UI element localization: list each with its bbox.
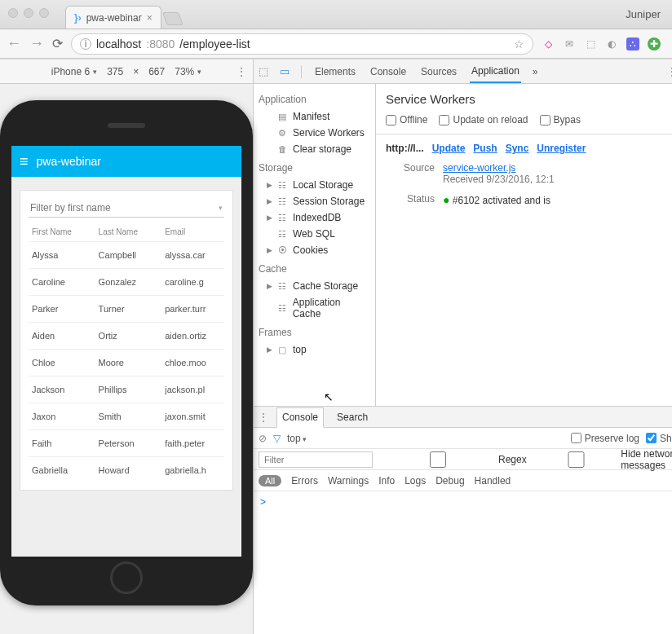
viewport-height[interactable]: 667 [148, 66, 165, 77]
ext-icon[interactable]: ✚ [648, 37, 661, 51]
level-errors[interactable]: Errors [291, 475, 318, 487]
cell-last: Moore [95, 350, 162, 376]
tree-top-frame[interactable]: ▶▢top [257, 341, 372, 358]
browser-tab[interactable]: }› pwa-webinar × [65, 6, 161, 29]
ext-icon[interactable]: ✉ [563, 37, 576, 51]
cell-email: faith.peter [161, 430, 224, 457]
tree-app-cache[interactable]: ☷Application Cache [257, 294, 372, 322]
table-row[interactable]: AidenOrtizaiden.ortiz [29, 323, 224, 350]
level-debug[interactable]: Debug [435, 475, 464, 487]
tab-console[interactable]: Console [369, 59, 408, 83]
phone-frame: pwa-webinar Filter by first name First N… [0, 100, 253, 605]
col-email[interactable]: Email [161, 222, 224, 242]
ext-icon[interactable]: ⬚ [584, 37, 597, 51]
browser-tabstrip: }› pwa-webinar × Juniper [0, 0, 672, 29]
level-info[interactable]: Info [378, 475, 395, 487]
col-last[interactable]: Last Name [95, 222, 162, 242]
tree-session-storage[interactable]: ▶☷Session Storage [257, 193, 372, 209]
dim-sep: × [133, 66, 139, 77]
filter-dropdown[interactable]: Filter by first name [29, 197, 224, 218]
filter-icon[interactable]: ▽ [273, 433, 281, 444]
console-prompt: > [260, 496, 266, 508]
device-toolbar: iPhone 6 375 × 667 73% [0, 59, 253, 84]
console-drawer: Console Search ✕ ⊘ ▽ top Preserve log Sh… [254, 406, 672, 634]
sw-push-link[interactable]: Push [473, 143, 497, 154]
tree-local-storage[interactable]: ▶☷Local Storage [257, 177, 372, 193]
site-info-icon[interactable]: i [80, 38, 91, 50]
clear-console-icon[interactable]: ⊘ [259, 433, 267, 444]
ext-icon[interactable]: ◐ [605, 37, 618, 51]
tree-cache-storage[interactable]: ▶☷Cache Storage [257, 278, 372, 294]
new-tab-button[interactable] [162, 12, 183, 25]
tab-elements[interactable]: Elements [313, 59, 357, 83]
forward-button: → [29, 35, 44, 52]
level-logs[interactable]: Logs [405, 475, 426, 487]
inspect-icon[interactable]: ⬚ [259, 65, 268, 77]
table-row[interactable]: AlyssaCampbellalyssa.car [29, 242, 224, 269]
level-all[interactable]: All [259, 475, 281, 487]
table-row[interactable]: FaithPetersonfaith.peter [29, 430, 224, 457]
hide-network-checkbox[interactable]: Hide network messages [535, 448, 672, 471]
device-select[interactable]: iPhone 6 [51, 66, 97, 77]
profile-name[interactable]: Juniper [626, 8, 661, 20]
cell-first: Jaxon [29, 403, 95, 430]
table-row[interactable]: JaxonSmithjaxon.smit [29, 403, 224, 430]
level-warnings[interactable]: Warnings [328, 475, 369, 487]
sw-source-file[interactable]: service-worker.js [443, 162, 515, 174]
preserve-log-checkbox[interactable]: Preserve log [571, 433, 639, 444]
sw-status-text: #6102 activated and is [453, 195, 550, 206]
console-output[interactable]: > [254, 491, 672, 634]
home-button[interactable] [110, 561, 143, 594]
zoom-select[interactable]: 73% [175, 66, 201, 77]
sw-update-link[interactable]: Update [432, 143, 466, 154]
col-first[interactable]: First Name [29, 222, 95, 242]
sw-source-label: Source [386, 162, 443, 174]
sw-update-reload-checkbox[interactable]: Update on reload [439, 114, 528, 125]
tabs-overflow[interactable]: » [533, 66, 538, 77]
device-menu[interactable] [237, 66, 246, 77]
sw-offline-checkbox[interactable]: Offline [386, 114, 427, 125]
back-button[interactable]: ← [7, 35, 21, 52]
reload-button[interactable]: ⟳ [52, 36, 63, 51]
regex-checkbox[interactable]: Regex [381, 451, 527, 468]
table-row[interactable]: ParkerTurnerparker.turr [29, 296, 224, 323]
ext-icon[interactable]: ∴ [626, 37, 639, 51]
drawer-menu[interactable] [259, 412, 268, 423]
window-controls[interactable] [8, 8, 49, 18]
ext-icon[interactable]: ◇ [542, 37, 555, 51]
hamburger-icon[interactable] [20, 153, 29, 170]
close-icon[interactable]: × [147, 12, 153, 24]
table-row[interactable]: ChloeMoorechloe.moo [29, 350, 224, 376]
cell-last: Gonzalez [95, 269, 162, 296]
devtools-menu[interactable] [667, 66, 672, 77]
drawer-tab-console[interactable]: Console [276, 407, 324, 428]
tree-web-sql[interactable]: ☷Web SQL [257, 226, 372, 242]
cell-last: Campbell [95, 242, 162, 269]
tree-service-workers[interactable]: ⚙Service Workers [257, 125, 372, 141]
table-row[interactable]: CarolineGonzalezcaroline.g [29, 269, 224, 296]
sw-sync-link[interactable]: Sync [506, 143, 529, 154]
tree-clear-storage[interactable]: 🗑Clear storage [257, 141, 372, 157]
sw-unregister-link[interactable]: Unregister [537, 143, 586, 154]
tree-manifest[interactable]: ▤Manifest [257, 108, 372, 125]
viewport-width[interactable]: 375 [107, 66, 123, 77]
drawer-tab-search[interactable]: Search [332, 407, 373, 427]
bookmark-icon[interactable]: ☆ [514, 37, 524, 51]
context-select[interactable]: top [287, 433, 307, 444]
level-handled[interactable]: Handled [475, 475, 511, 487]
console-filter-input[interactable] [259, 451, 373, 468]
tree-cookies[interactable]: ▶⦿Cookies [257, 242, 372, 258]
device-mode-icon[interactable]: ▭ [280, 65, 290, 77]
cell-last: Phillips [95, 376, 162, 403]
tree-indexeddb[interactable]: ▶☷IndexedDB [257, 209, 372, 226]
table-row[interactable]: GabriellaHowardgabriella.h [29, 457, 224, 484]
sw-bypass-checkbox[interactable]: Bypas [540, 114, 581, 125]
table-row[interactable]: JacksonPhillipsjackson.pl [29, 376, 224, 403]
tab-sources[interactable]: Sources [419, 59, 458, 83]
tab-application[interactable]: Application [470, 59, 521, 83]
address-bar[interactable]: i localhost:8080/employee-list ☆ [71, 33, 533, 55]
sw-origin: http://l... [386, 143, 424, 154]
show-all-checkbox[interactable]: Show all [646, 433, 672, 444]
status-dot-icon: ● [443, 193, 449, 206]
sw-received: Received 9/23/2016, 12:1 [443, 174, 555, 185]
